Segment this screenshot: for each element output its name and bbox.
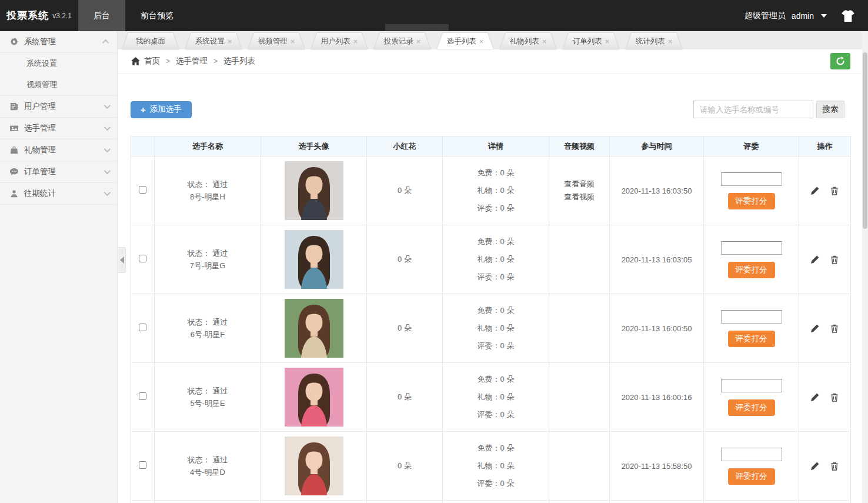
delete-trash-icon[interactable] bbox=[830, 255, 839, 264]
edit-pencil-icon[interactable] bbox=[810, 186, 820, 195]
close-icon[interactable]: × bbox=[416, 38, 421, 45]
add-player-button[interactable]: + 添加选手 bbox=[131, 101, 192, 118]
player-name-cell: 状态： 通过 4号-明星D bbox=[155, 432, 261, 501]
judge-score-button[interactable]: 评委打分 bbox=[728, 331, 775, 347]
tab-vote-records[interactable]: 投票记录× bbox=[374, 33, 430, 49]
content: + 添加选手 搜索 选手名称 选手头像 bbox=[118, 74, 862, 503]
judge-score-button[interactable]: 评委打分 bbox=[728, 399, 775, 416]
delete-trash-icon[interactable] bbox=[830, 392, 839, 402]
player-avatar-cell bbox=[261, 156, 367, 225]
player-status: 状态： 通过 bbox=[155, 454, 261, 466]
tab-player-list[interactable]: 选手列表× bbox=[437, 33, 493, 49]
join-time: 2020-11-13 16:03:50 bbox=[610, 156, 704, 225]
breadcrumb-player-list[interactable]: 选手列表 bbox=[223, 56, 255, 66]
table-row bbox=[131, 501, 851, 503]
table-row: 状态： 通过 8号-明星H bbox=[131, 156, 851, 225]
chevron-down-icon[interactable] bbox=[821, 14, 827, 18]
tab-bar: 我的桌面 系统设置× 视频管理× 用户列表× 投票记录× 选手列表× 礼物列表×… bbox=[118, 31, 862, 49]
flower-count: 0 朵 bbox=[367, 294, 443, 363]
breadcrumb-separator: > bbox=[213, 57, 218, 65]
edit-pencil-icon[interactable] bbox=[810, 324, 820, 333]
score-input[interactable] bbox=[721, 172, 782, 186]
judge-score-button[interactable]: 评委打分 bbox=[728, 468, 775, 485]
sidebar-item-order-management[interactable]: 订单管理 bbox=[0, 161, 117, 183]
detail-free: 免费：0 朵 bbox=[478, 164, 515, 182]
close-icon[interactable]: × bbox=[353, 38, 358, 45]
row-checkbox[interactable] bbox=[139, 186, 146, 194]
refresh-icon bbox=[836, 56, 845, 66]
tab-video-management[interactable]: 视频管理× bbox=[248, 33, 305, 49]
row-checkbox[interactable] bbox=[139, 255, 146, 262]
delete-trash-icon[interactable] bbox=[830, 186, 839, 195]
breadcrumb-player-management[interactable]: 选手管理 bbox=[176, 56, 208, 66]
close-icon[interactable]: × bbox=[479, 38, 484, 45]
header-red-flower: 小红花 bbox=[367, 136, 443, 156]
row-checkbox[interactable] bbox=[139, 392, 146, 400]
tab-gift-list[interactable]: 礼物列表× bbox=[500, 33, 556, 49]
detail-judge: 评委：0 朵 bbox=[478, 268, 515, 286]
sidebar-item-past-statistics[interactable]: 往期统计 bbox=[0, 183, 117, 205]
delete-trash-icon[interactable] bbox=[830, 324, 839, 333]
view-video-link[interactable]: 查看视频 bbox=[549, 191, 609, 204]
score-input[interactable] bbox=[721, 379, 782, 392]
close-icon[interactable]: × bbox=[228, 38, 232, 45]
join-time: 2020-11-13 16:00:16 bbox=[610, 363, 704, 432]
score-input[interactable] bbox=[721, 241, 782, 255]
judge-score-button[interactable]: 评委打分 bbox=[728, 193, 775, 209]
home-icon bbox=[131, 57, 140, 65]
tab-statistics-list[interactable]: 统计列表× bbox=[626, 33, 682, 49]
close-icon[interactable]: × bbox=[668, 38, 673, 45]
chat-bubble-icon bbox=[9, 167, 19, 176]
sidebar-item-gift-management[interactable]: 礼物管理 bbox=[0, 139, 117, 161]
tab-user-list[interactable]: 用户列表× bbox=[311, 33, 368, 49]
nav-front-preview[interactable]: 前台预览 bbox=[125, 0, 189, 31]
toolbar: + 添加选手 搜索 bbox=[131, 101, 844, 118]
user-role: 超级管理员 bbox=[745, 11, 786, 21]
score-input[interactable] bbox=[721, 310, 782, 324]
detail-gift: 礼物：0 朵 bbox=[478, 182, 515, 199]
player-status: 状态： 通过 bbox=[155, 385, 261, 397]
detail-cell: 免费：0 朵 礼物：0 朵 评委：0 朵 bbox=[443, 225, 549, 294]
scrollbar-thumb[interactable] bbox=[863, 52, 867, 229]
search-input[interactable] bbox=[693, 101, 813, 118]
sidebar-collapse-handle[interactable] bbox=[118, 247, 126, 273]
refresh-button[interactable] bbox=[830, 53, 850, 69]
sidebar-item-system-management[interactable]: 系统管理 bbox=[0, 31, 117, 53]
search-button[interactable]: 搜索 bbox=[816, 101, 844, 118]
header-actions: 操作 bbox=[799, 136, 851, 156]
row-checkbox[interactable] bbox=[139, 324, 146, 331]
close-icon[interactable]: × bbox=[605, 38, 610, 45]
tab-order-list[interactable]: 订单列表× bbox=[563, 33, 619, 49]
header-player-name: 选手名称 bbox=[155, 136, 261, 156]
theme-tshirt-icon[interactable] bbox=[841, 10, 855, 22]
judge-score-button[interactable]: 评委打分 bbox=[728, 262, 775, 278]
actions-cell bbox=[799, 294, 851, 363]
breadcrumb-separator: > bbox=[166, 57, 170, 65]
close-icon[interactable]: × bbox=[291, 38, 295, 45]
view-audio-link[interactable]: 查看音频 bbox=[549, 178, 609, 191]
sidebar-subitem-video-management[interactable]: 视频管理 bbox=[0, 74, 117, 95]
player-name-cell: 状态： 通过 6号-明星F bbox=[155, 294, 261, 363]
sidebar-item-player-management[interactable]: 选手管理 bbox=[0, 118, 117, 139]
delete-trash-icon[interactable] bbox=[830, 461, 839, 471]
score-input[interactable] bbox=[721, 448, 782, 461]
username-dropdown[interactable]: admin bbox=[792, 11, 814, 21]
player-name: 7号-明星G bbox=[155, 259, 261, 272]
row-checkbox[interactable] bbox=[139, 461, 146, 469]
sidebar-subitem-system-settings[interactable]: 系统设置 bbox=[0, 53, 117, 74]
close-icon[interactable]: × bbox=[542, 38, 547, 45]
detail-gift: 礼物：0 朵 bbox=[478, 319, 515, 337]
chevron-down-icon bbox=[104, 146, 111, 152]
sidebar-item-user-management[interactable]: 用户管理 bbox=[0, 96, 117, 118]
edit-pencil-icon[interactable] bbox=[810, 461, 820, 471]
tab-system-settings[interactable]: 系统设置× bbox=[185, 33, 242, 49]
app-title: 投票系统 bbox=[6, 9, 49, 22]
sidebar-item-label: 系统管理 bbox=[24, 36, 104, 47]
nav-backend[interactable]: 后台 bbox=[78, 0, 125, 31]
edit-pencil-icon[interactable] bbox=[810, 392, 820, 402]
detail-cell: 免费：0 朵 礼物：0 朵 评委：0 朵 bbox=[443, 363, 549, 432]
edit-pencil-icon[interactable] bbox=[810, 255, 820, 264]
picture-icon bbox=[9, 124, 19, 133]
breadcrumb-home[interactable]: 首页 bbox=[144, 56, 160, 66]
tab-my-desktop[interactable]: 我的桌面 bbox=[122, 33, 179, 49]
